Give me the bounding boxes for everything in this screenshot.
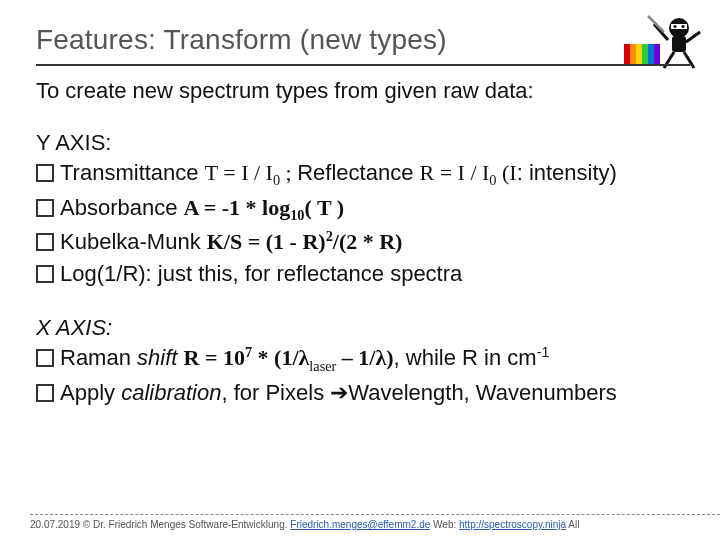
text: Reflectance	[297, 160, 419, 185]
text: ;	[280, 160, 297, 185]
formula: R = I / I	[419, 160, 489, 185]
intro-text: To create new spectrum types from given …	[36, 78, 690, 104]
formula: * (1/λ	[252, 345, 309, 370]
footer-web-label: Web:	[430, 519, 459, 530]
formula: R = 10	[184, 345, 245, 370]
y-axis-label: Y AXIS:	[36, 130, 690, 156]
text: : intensity)	[517, 160, 617, 185]
formula: – 1/λ)	[336, 345, 393, 370]
text: Log(1/R)	[60, 261, 146, 286]
text: , for Pixels	[221, 380, 330, 405]
text: Kubelka-Munk	[60, 230, 207, 255]
formula: ( T )	[304, 195, 344, 220]
bullet-raman: Raman shift R = 107 * (1/λlaser – 1/λ), …	[36, 343, 690, 376]
footer-tail: All	[566, 519, 579, 530]
text: Raman	[60, 345, 137, 370]
bullet-kubelka-munk: Kubelka-Munk K/S = (1 - R)2/(2 * R)	[36, 227, 690, 257]
footer-web-link[interactable]: http://spectroscopy.ninja	[459, 519, 566, 530]
y-axis-section: Y AXIS: Transmittance T = I / I0 ; Refle…	[36, 130, 690, 289]
arrow-icon: ➔	[330, 380, 348, 405]
x-axis-section: X AXIS: Raman shift R = 107 * (1/λlaser …	[36, 315, 690, 408]
bullet-log-1r: Log(1/R): just this, for reflectance spe…	[36, 259, 690, 289]
footer: 20.07.2019 © Dr. Friedrich Menges Softwa…	[30, 514, 720, 530]
sub: laser	[309, 358, 336, 374]
formula: K/S = (1 - R)	[207, 230, 326, 255]
text: Transmittance	[60, 160, 205, 185]
sup: 2	[326, 228, 333, 244]
sub: 0	[273, 172, 280, 188]
sub: 10	[290, 207, 304, 223]
text: : just this, for reflectance spectra	[146, 261, 463, 286]
formula: /(2 * R)	[333, 230, 403, 255]
footer-email-link[interactable]: Friedrich.menges@effemm2.de	[290, 519, 430, 530]
text: (I	[497, 160, 517, 185]
text: calibration	[121, 380, 221, 405]
bullet-apply-calibration: Apply calibration, for Pixels ➔Wavelengt…	[36, 378, 690, 408]
bullet-absorbance: Absorbance A = -1 * log10( T )	[36, 193, 690, 226]
sup: -1	[537, 344, 550, 360]
page-title: Features: Transform (new types)	[36, 24, 690, 64]
sub: 0	[489, 172, 496, 188]
title-underline	[36, 64, 690, 66]
text: shift	[137, 345, 183, 370]
formula: A = -1 * log	[184, 195, 291, 220]
text: Apply	[60, 380, 121, 405]
bullet-transmittance: Transmittance T = I / I0 ; Reflectance R…	[36, 158, 690, 191]
text: Absorbance	[60, 195, 184, 220]
x-axis-label: X AXIS:	[36, 315, 690, 341]
footer-copyright: 20.07.2019 © Dr. Friedrich Menges Softwa…	[30, 519, 290, 530]
text: Wavelength, Wavenumbers	[348, 380, 617, 405]
formula: T = I / I	[205, 160, 273, 185]
text: , while R in cm	[394, 345, 537, 370]
